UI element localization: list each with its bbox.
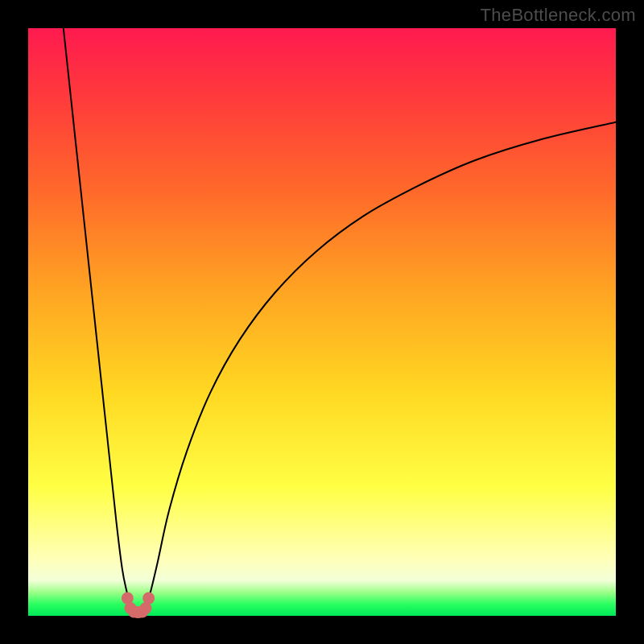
valley-dot bbox=[142, 592, 155, 605]
outer-frame: TheBottleneck.com bbox=[0, 0, 644, 644]
watermark-text: TheBottleneck.com bbox=[481, 5, 636, 26]
chart-svg bbox=[28, 28, 616, 616]
series-path bbox=[64, 28, 133, 611]
curve-left-branch bbox=[64, 28, 133, 611]
valley-markers bbox=[122, 592, 155, 619]
series-path bbox=[143, 122, 616, 611]
curve-right-branch bbox=[143, 122, 616, 611]
plot-area bbox=[28, 28, 616, 616]
